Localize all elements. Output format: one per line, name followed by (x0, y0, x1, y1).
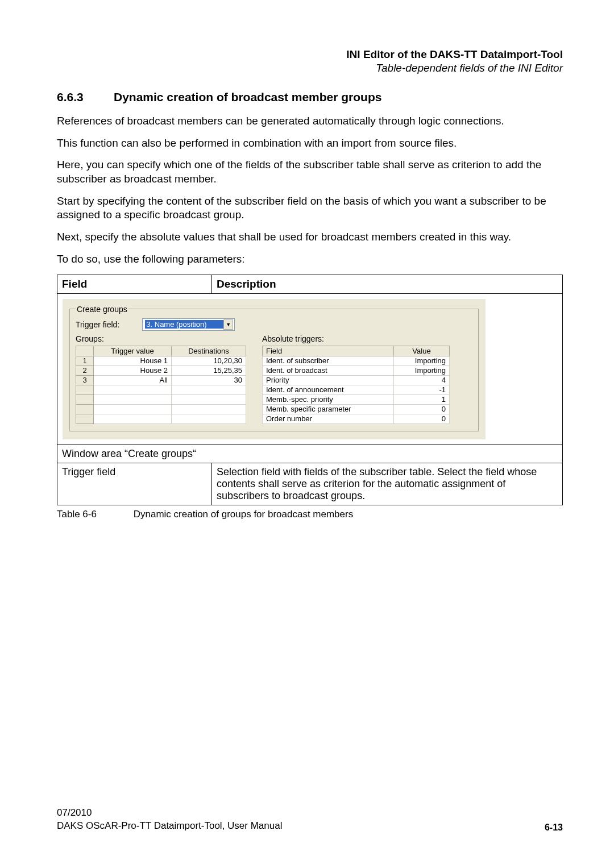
abs-col-field: Field (263, 346, 394, 356)
table-row[interactable]: Memb.-spec. priority1 (263, 394, 450, 404)
table-row[interactable] (76, 414, 246, 423)
caption-label: Table 6-6 (57, 509, 131, 520)
table-row[interactable]: 2House 215,25,35 (76, 366, 246, 375)
absolute-triggers-label: Absolute triggers: (262, 334, 450, 343)
row-trigger-field-desc: Selection field with fields of the subsc… (212, 463, 563, 505)
table-row[interactable]: Ident. of announcement-1 (263, 385, 450, 394)
table-row[interactable]: Ident. of broadcastImporting (263, 366, 450, 375)
section-number: 6.6.3 (57, 90, 114, 104)
abs-col-value: Value (394, 346, 450, 356)
trigger-field-select[interactable]: 3. Name (position) ▼ (142, 318, 235, 331)
table-row[interactable]: Ident. of subscriberImporting (263, 356, 450, 366)
paragraph: Next, specify the absolute values that s… (57, 230, 563, 244)
footer-date: 07/2010 (57, 807, 282, 820)
trigger-field-value: 3. Name (position) (145, 320, 223, 329)
header-title: INI Editor of the DAKS-TT Dataimport-Too… (57, 48, 563, 61)
paragraph: To do so, use the following parameters: (57, 252, 563, 267)
paragraph: This function can also be performed in c… (57, 136, 563, 151)
create-groups-panel: Create groups Trigger field: 3. Name (po… (62, 298, 486, 440)
header-subtitle: Table-dependent fields of the INI Editor (57, 62, 563, 74)
groups-col-dest: Destinations (171, 346, 246, 356)
footer-page-number: 6-13 (545, 823, 563, 833)
groups-label: Groups: (76, 334, 246, 343)
table-row[interactable] (76, 404, 246, 414)
screenshot-cell: Create groups Trigger field: 3. Name (po… (57, 293, 563, 445)
table-caption: Table 6-6 Dynamic creation of groups for… (57, 509, 563, 520)
groups-col-trigger: Trigger value (94, 346, 172, 356)
table-row[interactable] (76, 385, 246, 394)
table-row[interactable]: Memb. specific parameter0 (263, 404, 450, 414)
groups-grid[interactable]: Trigger value Destinations 1House 110,20… (76, 346, 246, 424)
table-header-description: Description (212, 275, 563, 293)
create-groups-legend: Create groups (76, 305, 128, 314)
paragraph: Here, you can specify which one of the f… (57, 158, 563, 186)
absolute-triggers-grid[interactable]: Field Value Ident. of subscriberImportin… (262, 346, 450, 424)
paragraph: Start by specifying the content of the s… (57, 194, 563, 222)
row-trigger-field-label: Trigger field (57, 463, 212, 505)
row-window-area: Window area “Create groups“ (57, 445, 563, 463)
caption-text: Dynamic creation of groups for broadcast… (134, 509, 353, 520)
parameter-table: Field Description Create groups Trigger … (57, 275, 563, 505)
table-row[interactable]: 1House 110,20,30 (76, 356, 246, 366)
paragraph: References of broadcast members can be g… (57, 114, 563, 128)
dropdown-arrow-icon[interactable]: ▼ (223, 319, 233, 330)
section-title: Dynamic creation of broadcast member gro… (114, 90, 381, 103)
footer-doc-title: DAKS OScAR-Pro-TT Dataimport-Tool, User … (57, 820, 282, 833)
section-heading: 6.6.3Dynamic creation of broadcast membe… (57, 90, 563, 104)
table-header-field: Field (57, 275, 212, 293)
table-row[interactable]: 3All30 (76, 375, 246, 385)
trigger-field-label: Trigger field: (76, 320, 119, 329)
table-row[interactable]: Order number0 (263, 414, 450, 423)
table-row[interactable]: Priority4 (263, 375, 450, 385)
table-row[interactable] (76, 394, 246, 404)
